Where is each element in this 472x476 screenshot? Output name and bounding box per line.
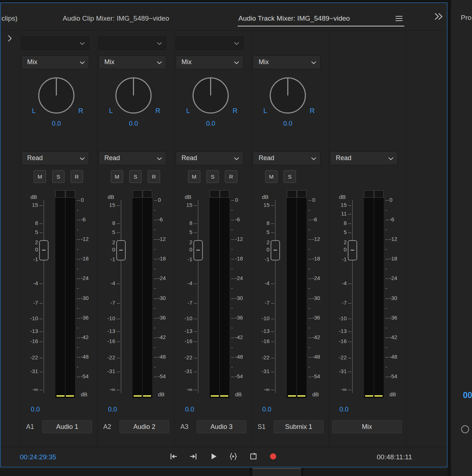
meter-scale-tick: [77, 279, 80, 279]
pan-knob[interactable]: [192, 77, 229, 114]
fader-scale-tick: [194, 390, 197, 390]
fader-handle[interactable]: [348, 240, 357, 260]
fader-scale-label: -13: [20, 328, 38, 334]
go-to-in-button[interactable]: [169, 452, 178, 461]
level-value[interactable]: 0.0: [185, 406, 194, 413]
level-value[interactable]: 0.0: [262, 406, 271, 413]
output-assign-select[interactable]: Mix: [99, 55, 166, 69]
panel-menu-icon[interactable]: [395, 16, 403, 23]
clip-indicator-right[interactable]: [297, 190, 307, 198]
output-assign-select[interactable]: Mix: [176, 55, 243, 69]
fader-handle[interactable]: [193, 240, 203, 260]
fader-handle[interactable]: [271, 240, 280, 260]
mute-button[interactable]: M: [265, 170, 277, 183]
output-assign-select[interactable]: Mix: [21, 55, 89, 69]
pan-value[interactable]: 0.0: [38, 120, 75, 128]
meter-scale-tick: [77, 318, 80, 318]
round-button-icon[interactable]: [461, 425, 469, 433]
meter-scale-minor-tick: [77, 269, 79, 269]
record-arm-button[interactable]: R: [71, 170, 83, 183]
mute-button[interactable]: M: [188, 170, 200, 183]
adjacent-panel-title[interactable]: Pro: [461, 14, 472, 22]
track-name-button[interactable]: Submix 1: [274, 420, 323, 433]
track-name-button[interactable]: Audio 1: [42, 420, 92, 433]
mute-button[interactable]: M: [111, 170, 123, 183]
go-to-out-button[interactable]: [189, 452, 198, 461]
fader-track[interactable]: [121, 200, 121, 393]
fader-scale-label: -∞: [329, 386, 347, 392]
pan-knob[interactable]: [115, 77, 152, 114]
fader-scale-tick: [194, 284, 197, 284]
clip-indicator-right[interactable]: [66, 190, 75, 198]
track-name-button[interactable]: Audio 3: [197, 420, 246, 433]
meter-scale-minor-tick: [231, 269, 233, 269]
pan-right-label: R: [78, 107, 83, 115]
clip-indicator-left[interactable]: [133, 190, 142, 198]
mute-button[interactable]: M: [34, 170, 46, 183]
level-value[interactable]: 0.0: [108, 406, 117, 413]
solo-button[interactable]: S: [206, 170, 219, 183]
tab-audio-clip-mixer[interactable]: Audio Clip Mixer: IMG_5489~video: [63, 14, 169, 22]
fader-scale-label: -22: [252, 354, 270, 360]
pan-value[interactable]: 0.0: [192, 120, 229, 128]
automation-mode-select[interactable]: Read: [330, 151, 398, 165]
fader-track[interactable]: [198, 200, 199, 393]
output-assign-select[interactable]: Mix: [253, 55, 321, 69]
input-slot-select[interactable]: [21, 36, 89, 50]
automation-mode-select[interactable]: Read: [99, 151, 166, 165]
fader-track[interactable]: [43, 200, 44, 393]
meter-scale-label: -30: [81, 295, 89, 301]
track-name-button[interactable]: Audio 2: [120, 420, 169, 433]
meter-scale-label: 0: [81, 197, 84, 203]
fader-scale-label: 5: [252, 229, 270, 235]
meter-scale-tick: [385, 239, 389, 240]
level-value[interactable]: 0.0: [31, 406, 40, 413]
meter-level-right: [143, 395, 151, 397]
solo-button[interactable]: S: [284, 170, 296, 183]
automation-mode-select[interactable]: Read: [176, 151, 243, 165]
fader-handle[interactable]: [39, 240, 49, 260]
fader-scale-label: 8: [97, 220, 115, 226]
clip-indicator-right[interactable]: [143, 190, 153, 198]
pan-knob[interactable]: [269, 77, 306, 114]
chevron-double-right-icon[interactable]: [434, 12, 443, 22]
track-name-button[interactable]: Mix: [332, 420, 402, 433]
record-arm-button[interactable]: R: [225, 170, 237, 183]
clip-indicator-left[interactable]: [364, 190, 374, 198]
chevron-down-icon: [234, 42, 239, 45]
clip-indicator-right[interactable]: [374, 190, 384, 198]
fader-track[interactable]: [275, 200, 276, 393]
pan-value[interactable]: 0.0: [269, 120, 306, 128]
pan-value[interactable]: 0.0: [115, 120, 152, 128]
level-value[interactable]: 0.0: [339, 406, 348, 413]
pan-knob[interactable]: [38, 77, 75, 114]
fader-scale-label: 2: [329, 239, 347, 245]
solo-button[interactable]: S: [129, 170, 142, 183]
solo-button[interactable]: S: [52, 170, 64, 183]
fader-scale-label: -∞: [175, 386, 192, 392]
automation-mode-select[interactable]: Read: [253, 151, 321, 165]
record-button[interactable]: [268, 452, 278, 461]
position-timecode[interactable]: 00:24:29:35: [20, 453, 56, 461]
automation-mode-value: Read: [259, 154, 274, 162]
loop-button[interactable]: [248, 452, 258, 461]
play-button[interactable]: [209, 452, 218, 461]
clip-indicator-left[interactable]: [287, 190, 297, 198]
clip-indicator-right[interactable]: [220, 190, 230, 198]
meter-scale-tick: [231, 239, 234, 240]
fader-grip-mark: [119, 250, 123, 251]
record-arm-button[interactable]: R: [148, 170, 160, 183]
tab-audio-track-mixer[interactable]: Audio Track Mixer: IMG_5489~video: [238, 14, 350, 22]
play-in-to-out-button[interactable]: [229, 452, 238, 461]
input-slot-select[interactable]: [176, 36, 243, 50]
tab-partial-left[interactable]: clips): [1, 14, 17, 22]
clip-indicator-left[interactable]: [55, 190, 65, 198]
clip-indicator-left[interactable]: [210, 190, 220, 198]
input-slot-select[interactable]: [99, 36, 166, 50]
automation-mode-select[interactable]: Read: [21, 151, 89, 165]
meter-scale-tick: [385, 298, 389, 299]
fader-track[interactable]: [352, 200, 353, 393]
fader-handle[interactable]: [116, 240, 126, 260]
meter-scale-tick: [385, 259, 389, 259]
meter-level-left: [211, 395, 219, 397]
